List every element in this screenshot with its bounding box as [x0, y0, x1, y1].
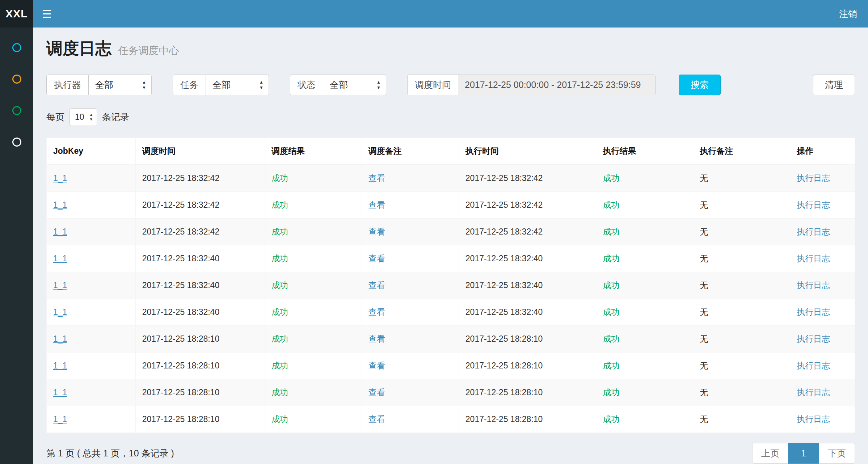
job-select[interactable]: 全部 [206, 75, 269, 95]
jobkey-link[interactable]: 1_1 [53, 227, 67, 236]
trigger-msg-link[interactable]: 查看 [368, 173, 385, 183]
pagination: 上页 1 下页 [752, 443, 855, 464]
handle-time-cell: 2017-12-25 18:32:42 [459, 219, 596, 245]
col-header-handle-result: 执行结果 [596, 138, 693, 165]
job-filter-group: 任务 全部 [173, 75, 269, 95]
exec-log-link[interactable]: 执行日志 [797, 361, 830, 370]
trigger-result-cell: 成功 [265, 406, 362, 433]
jobkey-link[interactable]: 1_1 [53, 361, 67, 370]
table-row: 1_1 2017-12-25 18:28:10 成功 查看 2017-12-25… [47, 406, 855, 433]
jobkey-link[interactable]: 1_1 [53, 254, 67, 263]
action-cell: 执行日志 [790, 272, 855, 299]
handle-time-cell: 2017-12-25 18:28:10 [459, 406, 596, 433]
prev-page-button[interactable]: 上页 [752, 443, 788, 464]
handle-time-cell: 2017-12-25 18:32:40 [459, 245, 596, 272]
page-size-select[interactable]: 10 [69, 108, 97, 126]
trigger-msg-link[interactable]: 查看 [368, 200, 385, 210]
jobkey-link[interactable]: 1_1 [53, 280, 67, 290]
handle-time-cell: 2017-12-25 18:32:42 [459, 165, 596, 192]
executor-select-value: 全部 [95, 79, 113, 91]
logout-link[interactable]: 注销 [839, 8, 857, 20]
action-cell: 执行日志 [790, 192, 855, 219]
exec-log-link[interactable]: 执行日志 [797, 307, 830, 317]
select-arrows-icon [259, 80, 264, 90]
jobkey-link[interactable]: 1_1 [53, 307, 67, 317]
trigger-msg-link[interactable]: 查看 [368, 388, 385, 397]
exec-log-link[interactable]: 执行日志 [797, 227, 830, 236]
sidebar-toggle-icon[interactable] [33, 0, 60, 28]
handle-msg-cell: 无 [693, 299, 790, 326]
table-row: 1_1 2017-12-25 18:28:10 成功 查看 2017-12-25… [47, 353, 855, 379]
sidebar-item-1[interactable] [0, 32, 33, 63]
jobkey-cell: 1_1 [47, 165, 136, 192]
trigger-msg-cell: 查看 [362, 165, 459, 192]
exec-log-link[interactable]: 执行日志 [797, 200, 830, 210]
trigger-time-range-input[interactable] [458, 75, 656, 95]
executor-filter-label: 执行器 [46, 75, 88, 95]
trigger-result-cell: 成功 [265, 353, 362, 379]
current-page-button[interactable]: 1 [788, 443, 819, 464]
select-arrows-icon [376, 80, 381, 90]
jobkey-link[interactable]: 1_1 [53, 414, 67, 424]
clear-button[interactable]: 清理 [813, 75, 855, 95]
jobkey-cell: 1_1 [47, 245, 136, 272]
handle-time-cell: 2017-12-25 18:28:10 [459, 379, 596, 406]
jobkey-cell: 1_1 [47, 192, 136, 219]
page-subtitle: 任务调度中心 [118, 45, 179, 56]
select-arrows-icon [142, 80, 146, 90]
sidebar-item-4[interactable] [0, 126, 33, 158]
trigger-msg-link[interactable]: 查看 [368, 307, 385, 317]
exec-log-link[interactable]: 执行日志 [797, 173, 830, 183]
handle-result-cell: 成功 [596, 219, 693, 245]
trigger-msg-cell: 查看 [362, 379, 459, 406]
trigger-msg-cell: 查看 [362, 406, 459, 433]
trigger-result-cell: 成功 [265, 299, 362, 326]
handle-result-cell: 成功 [596, 192, 693, 219]
executor-select[interactable]: 全部 [88, 75, 152, 95]
job-filter-label: 任务 [173, 75, 206, 95]
page-size-value: 10 [75, 112, 84, 122]
navbar-main: 注销 [33, 0, 868, 28]
status-filter-label: 状态 [290, 75, 323, 95]
exec-log-link[interactable]: 执行日志 [797, 388, 830, 397]
trigger-msg-link[interactable]: 查看 [368, 227, 385, 236]
exec-log-link[interactable]: 执行日志 [797, 414, 830, 424]
jobkey-link[interactable]: 1_1 [53, 173, 67, 183]
circle-outline-icon [12, 138, 21, 147]
action-cell: 执行日志 [790, 326, 855, 353]
handle-msg-cell: 无 [693, 406, 790, 433]
handle-result-cell: 成功 [596, 299, 693, 326]
handle-time-cell: 2017-12-25 18:32:40 [459, 299, 596, 326]
status-filter-group: 状态 全部 [290, 75, 386, 95]
trigger-msg-cell: 查看 [362, 326, 459, 353]
sidebar-item-3[interactable] [0, 95, 33, 126]
col-header-jobkey: JobKey [47, 138, 136, 165]
sidebar-item-2[interactable] [0, 63, 33, 95]
exec-log-link[interactable]: 执行日志 [797, 254, 830, 263]
handle-time-cell: 2017-12-25 18:28:10 [459, 326, 596, 353]
page-title: 调度日志 [46, 39, 111, 58]
col-header-trigger-time: 调度时间 [135, 138, 265, 165]
trigger-msg-link[interactable]: 查看 [368, 361, 385, 370]
trigger-result-cell: 成功 [265, 219, 362, 245]
exec-log-link[interactable]: 执行日志 [797, 334, 830, 343]
exec-log-link[interactable]: 执行日志 [797, 280, 830, 290]
trigger-msg-link[interactable]: 查看 [368, 254, 385, 263]
jobkey-link[interactable]: 1_1 [53, 388, 67, 397]
search-button[interactable]: 搜索 [679, 75, 721, 95]
jobkey-link[interactable]: 1_1 [53, 200, 67, 210]
table-row: 1_1 2017-12-25 18:32:40 成功 查看 2017-12-25… [47, 272, 855, 299]
trigger-msg-link[interactable]: 查看 [368, 280, 385, 290]
page-size-row: 每页 10 条记录 [46, 108, 855, 126]
trigger-msg-link[interactable]: 查看 [368, 414, 385, 424]
trigger-msg-link[interactable]: 查看 [368, 334, 385, 343]
table-row: 1_1 2017-12-25 18:32:40 成功 查看 2017-12-25… [47, 245, 855, 272]
jobkey-link[interactable]: 1_1 [53, 334, 67, 343]
select-arrows-icon [89, 113, 93, 121]
status-select[interactable]: 全部 [323, 75, 386, 95]
handle-msg-cell: 无 [693, 165, 790, 192]
circle-outline-icon [12, 106, 21, 115]
next-page-button[interactable]: 下页 [819, 443, 855, 464]
page-size-suffix: 条记录 [102, 111, 129, 123]
app-logo[interactable]: XXL [0, 0, 33, 28]
